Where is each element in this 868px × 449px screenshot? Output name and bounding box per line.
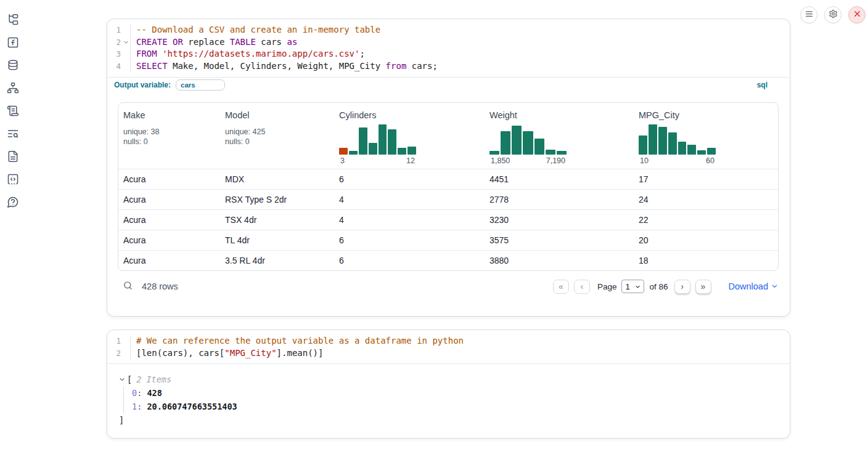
table-cell: MDX [220, 169, 334, 189]
code-snippets-icon [7, 173, 19, 187]
code-token: from [386, 61, 407, 71]
settings-button[interactable] [824, 6, 841, 23]
table-cell: 24 [634, 190, 778, 209]
line-number: 4 [107, 60, 122, 73]
entry-value: 428 [147, 388, 162, 398]
code-line[interactable]: 4SELECT Make, Model, Cylinders, Weight, … [107, 60, 790, 73]
sidebar-scratchpad-button[interactable] [6, 105, 20, 118]
previous-page-button[interactable]: ‹ [574, 280, 590, 294]
histogram-bar [639, 136, 647, 155]
table-cell: 3.5 RL 4dr [220, 251, 334, 270]
histogram-bar [512, 126, 522, 155]
line-number: 3 [107, 48, 122, 60]
code-text: # We can reference the output variable a… [131, 335, 464, 347]
fold-chevron-icon[interactable] [122, 36, 131, 49]
python-code-editor[interactable]: 1# We can reference the output variable … [107, 330, 790, 363]
code-token: ].mean()] [277, 348, 324, 358]
column-name: MPG_City [639, 110, 773, 120]
text-search-icon [7, 127, 19, 142]
first-page-button[interactable]: « [553, 280, 569, 294]
stat-nulls: nulls: 0 [225, 137, 329, 147]
table-row[interactable]: AcuraTL 4dr6357520 [118, 230, 778, 250]
python-cell: 1# We can reference the output variable … [107, 330, 790, 439]
page-select[interactable]: 1 [621, 280, 644, 293]
axis-max-label: 7,190 [546, 156, 565, 165]
last-page-button[interactable]: » [695, 280, 711, 294]
column-histogram: 10 60 [639, 123, 773, 165]
code-line[interactable]: 3FROM 'https://datasets.marimo.app/cars.… [107, 48, 790, 60]
sidebar-help-button[interactable] [6, 196, 20, 209]
file-text-icon [7, 150, 19, 164]
download-button[interactable]: Download [729, 281, 779, 291]
sidebar-datasources-button[interactable] [6, 59, 20, 73]
sidebar-snippets-button[interactable] [6, 173, 20, 187]
code-token: Make, Model, Cylinders, Weight, MPG_City [168, 61, 386, 71]
histogram-bar [658, 127, 667, 155]
entry-value: 20.060747663551403 [147, 402, 237, 411]
sql-cell-output: Make unique: 38 nulls: 0 Model unique: 4… [107, 93, 790, 294]
table-cell: Acura [118, 190, 220, 209]
code-line[interactable]: 2CREATE OR replace TABLE cars as [107, 36, 790, 49]
histogram-bar [678, 142, 687, 155]
axis-max-label: 12 [406, 156, 415, 165]
table-cell: 17 [634, 169, 778, 189]
column-header-mpg-city[interactable]: MPG_City 10 60 [634, 103, 778, 169]
sidebar-dependency-graph-button[interactable] [6, 82, 20, 95]
histogram-bar [557, 151, 567, 155]
sidebar-file-explorer-button[interactable] [6, 14, 20, 27]
code-token: CREATE [136, 37, 168, 47]
table-cell: 3575 [485, 230, 634, 250]
histogram-bar [707, 148, 716, 154]
line-number: 1 [107, 335, 122, 347]
histogram-bar [649, 124, 657, 154]
chevron-down-icon [771, 281, 778, 291]
sidebar-logs-button[interactable] [6, 127, 20, 141]
table-row[interactable]: AcuraMDX6445117 [118, 169, 778, 189]
table-row[interactable]: AcuraTSX 4dr4323022 [118, 209, 778, 230]
sidebar-documentation-button[interactable] [6, 150, 20, 164]
data-table: Make unique: 38 nulls: 0 Model unique: 4… [118, 102, 779, 271]
collapse-chevron-icon[interactable] [119, 376, 125, 382]
histogram-bar [339, 148, 348, 154]
sql-code-editor[interactable]: 1-- Download a CSV and create an in-memo… [107, 19, 790, 77]
close-bracket: ] [119, 413, 790, 427]
column-header-model[interactable]: Model unique: 425 nulls: 0 [220, 103, 334, 169]
code-token: -- Download a CSV and create an in-memor… [136, 25, 380, 34]
histogram-bar [546, 150, 555, 155]
column-header-cylinders[interactable]: Cylinders 3 12 [334, 103, 485, 169]
sidebar-variables-button[interactable] [6, 36, 20, 50]
histogram [489, 123, 567, 155]
code-token: TABLE [230, 37, 256, 47]
line-number: 2 [107, 36, 122, 49]
code-token: replace [183, 37, 230, 47]
next-page-button[interactable]: › [674, 280, 690, 294]
download-label: Download [729, 281, 769, 291]
output-tree-entry: 1: 20.060747663551403 [132, 400, 790, 413]
table-row[interactable]: AcuraRSX Type S 2dr4277824 [118, 189, 778, 209]
code-line[interactable]: 1-- Download a CSV and create an in-memo… [107, 24, 790, 36]
table-cell: Acura [118, 230, 220, 250]
output-variable-input[interactable] [176, 79, 225, 91]
table-cell: Acura [118, 169, 220, 189]
histogram-bar [687, 145, 696, 155]
code-line[interactable]: 1# We can reference the output variable … [107, 335, 790, 347]
code-token: SELECT [136, 61, 168, 71]
line-number: 1 [107, 24, 122, 36]
close-icon [853, 9, 862, 20]
column-stats: unique: 38 nulls: 0 [123, 127, 215, 147]
column-name: Model [225, 110, 329, 120]
code-line[interactable]: 2[len(cars), cars["MPG_City"].mean()] [107, 347, 790, 360]
column-header-make[interactable]: Make unique: 38 nulls: 0 [118, 103, 220, 169]
histogram-bar [501, 131, 510, 154]
table-search-button[interactable] [123, 280, 133, 293]
function-square-icon [7, 36, 19, 51]
notebook-menu-button[interactable] [800, 6, 817, 23]
table-cell: 4451 [485, 169, 634, 189]
scroll-text-icon [7, 105, 19, 119]
table-row[interactable]: Acura3.5 RL 4dr6388018 [118, 250, 778, 270]
shutdown-button[interactable] [848, 6, 866, 23]
output-tree-entry: 0: 428 [132, 386, 790, 400]
column-header-weight[interactable]: Weight 1,850 7,190 [485, 103, 634, 169]
chevrons-left-icon: « [559, 282, 563, 291]
table-footer: 428 rows « ‹ Page 1 of 86 › » Download [118, 271, 779, 294]
